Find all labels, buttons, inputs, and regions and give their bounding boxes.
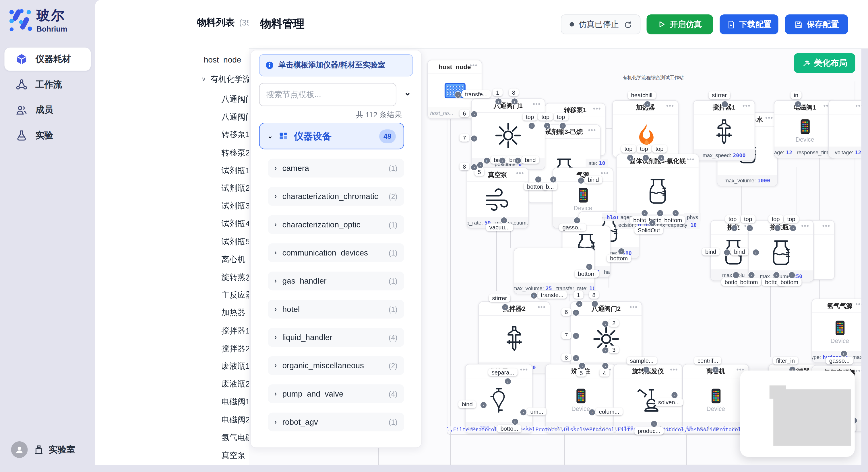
tree-item[interactable]: 加热器 [221,308,245,318]
port-handle-icon[interactable]: › [618,248,625,255]
port-handle-icon[interactable]: › [748,272,755,279]
port-gasso[interactable]: gasso... [559,224,586,231]
template-category-robot_agv[interactable]: ›robot_agv(1) [268,413,404,432]
port-produc[interactable]: produc... [634,427,663,435]
sidebar-item-workflow[interactable]: 工作流 [4,73,91,96]
sim-status-badge[interactable]: 仿真已停止 [561,14,641,34]
sidebar-footer[interactable]: 实验室 [0,437,95,463]
node-menu-icon[interactable]: ••• [538,304,546,310]
port-handle-icon[interactable]: › [499,157,506,164]
tree-item[interactable]: 电磁阀2 [221,415,250,425]
node-搅拌器2[interactable]: 搅拌器2•••max_speed:2000 [478,301,550,373]
port-6[interactable]: 6 [561,308,571,316]
port-7[interactable]: 7 [561,331,571,339]
template-category-hotel[interactable]: ›hotel(1) [268,300,404,318]
canvas-vertical-scrollbar[interactable] [861,49,868,472]
node-真空泵[interactable]: 真空泵•••pump_rate:50max_vacuum:0.1 [467,167,529,228]
tree-item[interactable]: 电磁阀1 [221,397,250,407]
port-handle-icon[interactable]: › [577,177,584,184]
port-top[interactable]: top [637,145,651,153]
node-menu-icon[interactable]: ••• [520,366,528,373]
port-handle-icon[interactable]: › [480,401,487,409]
port-handle-icon[interactable]: › [530,292,538,299]
port-bottom[interactable]: bottom [661,216,685,224]
port-handle-icon[interactable]: › [649,220,656,227]
port-centrif[interactable]: centrif... [694,357,721,365]
port-in[interactable]: in [790,91,802,99]
tree-item[interactable]: 真空泵 [221,450,245,461]
port-handle-icon[interactable]: › [672,210,679,217]
template-category-characterization_optic[interactable]: ›characterization_optic(1) [268,215,404,234]
node-menu-icon[interactable]: ••• [630,304,638,310]
port-handle-icon[interactable]: › [602,362,609,369]
port-gasso[interactable]: gasso... [826,357,853,365]
port-handle-icon[interactable]: › [586,263,593,270]
port-transfe[interactable]: transfe... [462,90,491,98]
port-vacuu[interactable]: vacuu... [486,224,513,231]
port-handle-icon[interactable]: › [601,320,609,328]
node-menu-icon[interactable]: ••• [470,62,477,69]
port-handle-icon[interactable]: › [773,272,780,279]
port-handle-icon[interactable]: › [515,157,522,164]
port-transfe[interactable]: transfe... [538,291,567,299]
port-botto[interactable]: botto... [497,425,522,432]
port-bind[interactable]: bind [702,248,719,256]
tree-item[interactable]: 转移泵2 [221,147,250,158]
node-menu-icon[interactable]: ••• [516,170,524,176]
port-SolidOut[interactable]: SolidOut [634,226,663,234]
port-bind[interactable]: bind [585,176,602,183]
port-8[interactable]: 8 [460,163,469,170]
port-stirrer[interactable]: stirrer [709,91,730,99]
tree-item[interactable]: 转移泵1 [221,130,250,140]
port-handle-icon[interactable]: › [641,210,648,217]
port-7[interactable]: 7 [460,134,469,142]
port-handle-icon[interactable]: › [752,249,760,256]
node-menu-icon[interactable]: ••• [588,127,596,133]
port-handle-icon[interactable]: › [723,249,731,256]
port-handle-icon[interactable]: › [477,162,484,169]
port-um[interactable]: um... [527,407,547,415]
refresh-icon[interactable] [623,20,631,28]
port-3[interactable]: 3 [609,345,619,353]
port-handle-icon[interactable]: › [588,409,596,416]
port-handle-icon[interactable]: › [788,272,795,279]
template-category-gas_handler[interactable]: ›gas_handler(1) [268,272,404,291]
port-handle-icon[interactable]: › [512,418,519,425]
template-category-communication_devices[interactable]: ›communication_devices(1) [268,243,404,262]
port-handle-icon[interactable]: › [643,366,650,373]
port-bottom[interactable]: bottom [777,278,802,286]
node-menu-icon[interactable]: ••• [801,222,809,229]
template-category-characterization_chromatic[interactable]: ›characterization_chromatic(2) [268,187,404,206]
sidebar-item-instruments[interactable]: 仪器耗材 [4,47,91,71]
port-handle-icon[interactable]: › [576,300,583,307]
port-handle-icon[interactable]: › [712,366,719,373]
port-top[interactable]: top [725,215,740,223]
chevron-down-icon[interactable]: ⌄ [404,88,411,98]
port-handle-icon[interactable]: › [732,272,739,279]
template-category-liquid_handler[interactable]: ›liquid_handler(4) [268,328,404,347]
port-separa[interactable]: separa... [488,368,518,376]
tree-item[interactable]: 废液瓶1 [221,361,250,372]
port-handle-icon[interactable]: › [840,350,847,357]
port-top[interactable]: top [768,215,783,223]
node-搅拌器1[interactable]: 搅拌器1•••max_speed:2000 [693,100,755,161]
template-category-camera[interactable]: ›camera(1) [268,159,404,177]
port-handle-icon[interactable]: › [601,347,609,354]
port-8[interactable]: 8 [589,291,599,299]
category-group-devices[interactable]: ⌄ 仪器设备 49 [259,123,404,149]
port-top[interactable]: top [652,145,667,153]
chevron-down-icon[interactable]: ∨ [202,76,206,83]
download-config-button[interactable]: 下载配置 [720,14,778,34]
node-离心机[interactable]: 离心机•••Devicep:40min_temp:4max_spe [683,364,749,434]
port-8[interactable]: 8 [508,89,518,96]
port-handle-icon[interactable]: › [484,157,491,164]
port-1[interactable]: 1 [574,291,583,299]
port-top[interactable]: top [554,113,568,121]
port-handle-icon[interactable]: › [511,98,518,105]
port-top[interactable]: top [538,113,553,121]
tree-item[interactable]: 搅拌器1 [221,326,250,336]
port-handle-icon[interactable]: › [454,91,462,98]
port-5[interactable]: 5 [577,369,586,376]
port-handle-icon[interactable]: › [644,101,651,108]
port-top[interactable]: top [741,215,755,223]
